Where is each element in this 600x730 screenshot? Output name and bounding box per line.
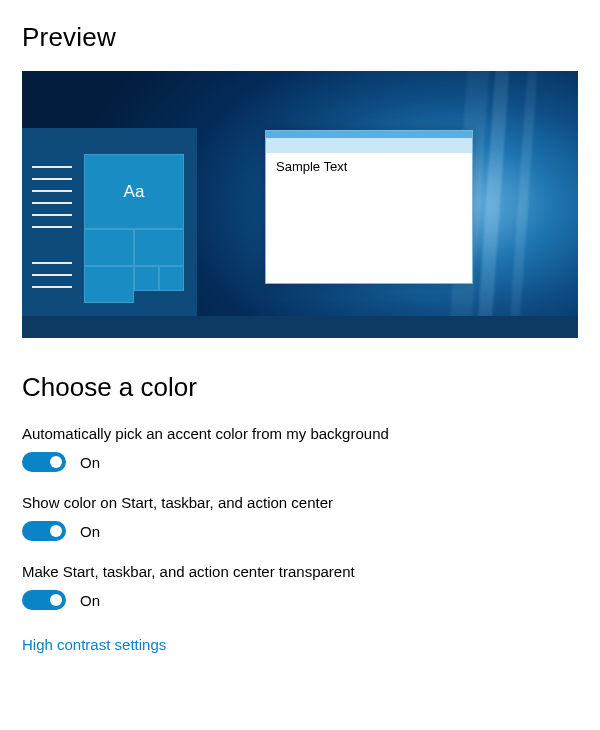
auto-accent-toggle[interactable] bbox=[22, 452, 66, 472]
sample-window: Sample Text bbox=[265, 130, 473, 284]
start-tiles: Aa bbox=[84, 154, 184, 304]
tile bbox=[134, 229, 184, 266]
choose-color-heading: Choose a color bbox=[22, 372, 578, 403]
lightbeam-icon bbox=[506, 71, 540, 338]
transparent-toggle[interactable] bbox=[22, 590, 66, 610]
preview-pane: Aa bbox=[22, 71, 578, 338]
toggle-knob-icon bbox=[50, 525, 62, 537]
start-menu-list bbox=[32, 156, 72, 298]
tile bbox=[84, 229, 134, 266]
window-body: Sample Text bbox=[266, 153, 472, 180]
auto-accent-state: On bbox=[80, 454, 100, 471]
setting-transparent: Make Start, taskbar, and action center t… bbox=[22, 563, 578, 610]
sample-text: Sample Text bbox=[276, 159, 347, 174]
setting-show-color: Show color on Start, taskbar, and action… bbox=[22, 494, 578, 541]
setting-auto-accent: Automatically pick an accent color from … bbox=[22, 425, 578, 472]
tile bbox=[159, 266, 184, 291]
tile-large: Aa bbox=[84, 154, 184, 229]
preview-heading: Preview bbox=[22, 22, 578, 53]
auto-accent-label: Automatically pick an accent color from … bbox=[22, 425, 578, 442]
show-color-label: Show color on Start, taskbar, and action… bbox=[22, 494, 578, 511]
show-color-state: On bbox=[80, 523, 100, 540]
tile bbox=[84, 266, 134, 303]
tile-text: Aa bbox=[124, 182, 145, 202]
high-contrast-link[interactable]: High contrast settings bbox=[22, 636, 166, 653]
tile bbox=[134, 266, 159, 291]
transparent-label: Make Start, taskbar, and action center t… bbox=[22, 563, 578, 580]
window-titlebar bbox=[266, 131, 472, 138]
transparent-state: On bbox=[80, 592, 100, 609]
taskbar bbox=[22, 316, 578, 338]
window-subbar bbox=[266, 138, 472, 153]
show-color-toggle[interactable] bbox=[22, 521, 66, 541]
toggle-knob-icon bbox=[50, 594, 62, 606]
start-panel: Aa bbox=[22, 128, 197, 316]
toggle-knob-icon bbox=[50, 456, 62, 468]
